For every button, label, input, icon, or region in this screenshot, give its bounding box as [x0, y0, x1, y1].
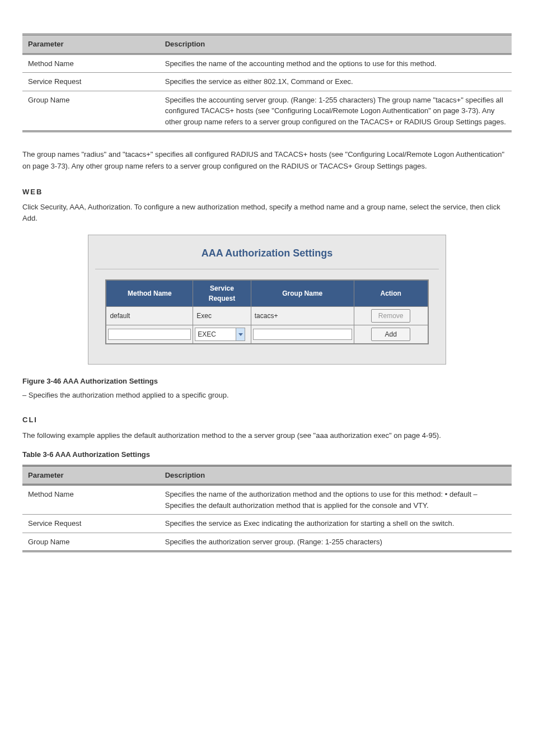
table-row: EXEC Add — [106, 325, 428, 344]
table-row: Service Request Specifies the service as… — [22, 515, 512, 533]
cell-param: Service Request — [22, 73, 160, 91]
th-service-request: Service Request — [193, 280, 251, 307]
cell-desc: Specifies the service as Exec indicating… — [160, 515, 512, 533]
method-name-input[interactable] — [108, 329, 191, 340]
ui-table: Method Name Service Request Group Name A… — [105, 279, 428, 344]
remove-button[interactable]: Remove — [371, 309, 410, 323]
screenshot-title: AAA Authorization Settings — [95, 244, 439, 269]
cell-desc: Specifies the authorization server group… — [160, 533, 512, 552]
table-row: Service Request Specifies the service as… — [22, 73, 512, 91]
table-row: Group Name Specifies the accounting serv… — [22, 91, 512, 132]
cell-method-input — [106, 325, 193, 344]
cell-group: tacacs+ — [251, 307, 354, 325]
cell-desc: Specifies the name of the accounting met… — [160, 54, 512, 73]
cell-param: Method Name — [22, 54, 160, 73]
th-parameter: Parameter — [22, 465, 160, 485]
th-action: Action — [354, 280, 428, 307]
cell-desc: Specifies the service as either 802.1X, … — [160, 73, 512, 91]
add-button[interactable]: Add — [371, 328, 410, 341]
web-heading: WEB — [22, 186, 512, 198]
table-row: Method Name Specifies the name of the au… — [22, 485, 512, 515]
figure-desc: – Specifies the authorization method app… — [22, 390, 512, 401]
cell-param: Service Request — [22, 515, 160, 533]
th-parameter: Parameter — [22, 35, 160, 54]
divider — [95, 269, 439, 269]
figure-caption: Figure 3-46 AAA Authorization Settings — [22, 376, 512, 387]
body-paragraph: The group names "radius" and "tacacs+" s… — [22, 149, 512, 172]
th-method-name: Method Name — [106, 280, 193, 307]
cli-text: The following example applies the defaul… — [22, 430, 512, 441]
web-intro: Click Security, AAA, Authorization. To c… — [22, 202, 512, 223]
cli-heading: CLI — [22, 414, 512, 426]
table-row: default Exec tacacs+ Remove — [106, 307, 428, 325]
table-row: Method Name Specifies the name of the ac… — [22, 54, 512, 73]
th-group-name: Group Name — [251, 280, 354, 307]
spec-table-bottom: Parameter Description Method Name Specif… — [22, 465, 512, 553]
service-request-select[interactable]: EXEC — [195, 328, 245, 341]
cell-desc: Specifies the name of the authorization … — [160, 485, 512, 515]
cell-service: Exec — [193, 307, 251, 325]
cell-param: Group Name — [22, 91, 160, 132]
cell-action: Remove — [354, 307, 428, 325]
cell-group-input — [251, 325, 354, 344]
table-caption: Table 3-6 AAA Authorization Settings — [22, 449, 512, 460]
cell-param: Group Name — [22, 533, 160, 552]
cell-service-select: EXEC — [193, 325, 251, 344]
screenshot-panel: AAA Authorization Settings Method Name S… — [88, 235, 446, 365]
cell-desc: Specifies the accounting server group. (… — [160, 91, 512, 132]
cell-action: Add — [354, 325, 428, 344]
cell-method: default — [106, 307, 193, 325]
th-description: Description — [160, 465, 512, 485]
chevron-down-icon — [236, 328, 245, 340]
select-value: EXEC — [195, 328, 236, 340]
group-name-input[interactable] — [253, 329, 352, 340]
table-row: Group Name Specifies the authorization s… — [22, 533, 512, 552]
cell-param: Method Name — [22, 485, 160, 515]
spec-table-top: Parameter Description Method Name Specif… — [22, 34, 512, 132]
th-description: Description — [160, 35, 512, 54]
